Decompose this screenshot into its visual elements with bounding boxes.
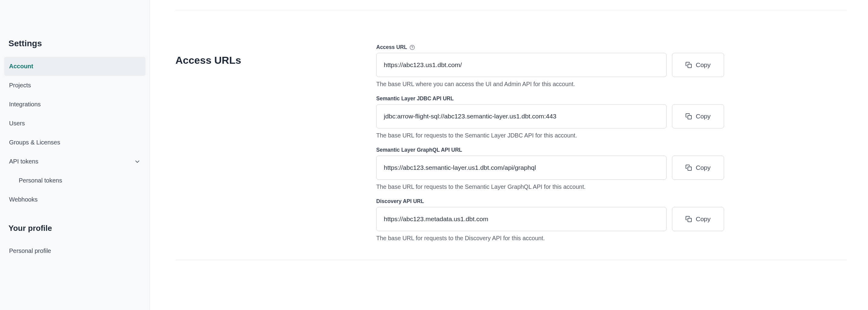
sidebar-item-integrations[interactable]: Integrations	[4, 95, 146, 114]
sidebar-item-label: Users	[9, 120, 25, 127]
copy-jdbc-url-button[interactable]: Copy	[672, 104, 724, 129]
copy-discovery-url-button[interactable]: Copy	[672, 207, 724, 231]
sidebar-item-account[interactable]: Account	[4, 57, 146, 76]
sidebar-item-label: Projects	[9, 82, 31, 89]
svg-rect-4	[688, 167, 692, 170]
sidebar-item-label: Personal profile	[9, 247, 51, 254]
copy-icon	[685, 113, 692, 119]
sidebar-heading-settings: Settings	[4, 5, 146, 57]
main-content: Access URLs Access URL Copy	[150, 0, 868, 310]
sidebar-item-label: Account	[9, 63, 33, 70]
section-title-column: Access URLs	[176, 44, 376, 242]
field-label: Discovery API URL	[376, 198, 424, 205]
copy-button-label: Copy	[695, 61, 710, 69]
copy-button-label: Copy	[695, 164, 710, 171]
help-circle-icon[interactable]	[409, 45, 415, 50]
field-row: Copy	[376, 104, 727, 129]
field-row: Copy	[376, 53, 727, 77]
field-help: The base URL where you can access the UI…	[376, 81, 727, 88]
sidebar-item-label: Integrations	[9, 101, 41, 108]
access-urls-fields: Access URL Copy The base URL where you c…	[376, 44, 727, 242]
copy-button-label: Copy	[695, 113, 710, 120]
field-discovery-url: Discovery API URL Copy The base URL for …	[376, 198, 727, 242]
svg-rect-5	[688, 218, 692, 222]
field-label-row: Semantic Layer JDBC API URL	[376, 96, 727, 102]
svg-rect-3	[688, 115, 692, 119]
field-label-row: Access URL	[376, 44, 727, 50]
copy-button-label: Copy	[695, 215, 710, 223]
field-label-row: Discovery API URL	[376, 198, 727, 205]
sidebar-item-personal-profile[interactable]: Personal profile	[4, 241, 146, 261]
sidebar-item-webhooks[interactable]: Webhooks	[4, 190, 146, 209]
sidebar-item-projects[interactable]: Projects	[4, 76, 146, 95]
sidebar-subitem-personal-tokens[interactable]: Personal tokens	[4, 171, 146, 190]
field-access-url: Access URL Copy The base URL where you c…	[376, 44, 727, 88]
discovery-url-input[interactable]	[376, 207, 666, 231]
copy-access-url-button[interactable]: Copy	[672, 53, 724, 77]
field-label-row: Semantic Layer GraphQL API URL	[376, 147, 727, 153]
access-urls-section: Access URLs Access URL Copy	[176, 10, 847, 260]
svg-rect-2	[688, 64, 692, 68]
field-label: Semantic Layer GraphQL API URL	[376, 147, 462, 153]
sidebar-item-label: Personal tokens	[19, 177, 62, 184]
field-row: Copy	[376, 156, 727, 180]
section-title: Access URLs	[176, 55, 376, 66]
copy-icon	[685, 164, 692, 171]
sidebar-item-label: API tokens	[9, 158, 38, 165]
sidebar-heading-profile: Your profile	[4, 209, 146, 241]
sidebar-item-label: Groups & Licenses	[9, 139, 60, 146]
copy-icon	[685, 216, 692, 222]
field-help: The base URL for requests to the Semanti…	[376, 132, 727, 139]
settings-sidebar: Settings Account Projects Integrations U…	[0, 0, 150, 310]
chevron-down-icon	[134, 158, 141, 165]
access-url-input[interactable]	[376, 53, 666, 77]
sidebar-item-groups-licenses[interactable]: Groups & Licenses	[4, 133, 146, 152]
graphql-url-input[interactable]	[376, 156, 666, 180]
field-row: Copy	[376, 207, 727, 231]
app-layout: Settings Account Projects Integrations U…	[0, 0, 868, 310]
sidebar-item-api-tokens[interactable]: API tokens	[4, 152, 146, 171]
jdbc-url-input[interactable]	[376, 104, 666, 129]
field-label: Access URL	[376, 44, 407, 50]
field-label: Semantic Layer JDBC API URL	[376, 96, 454, 102]
sidebar-item-users[interactable]: Users	[4, 114, 146, 133]
sidebar-item-label: Webhooks	[9, 196, 37, 203]
copy-icon	[685, 62, 692, 68]
field-help: The base URL for requests to the Discove…	[376, 235, 727, 242]
field-graphql-url: Semantic Layer GraphQL API URL Copy The …	[376, 147, 727, 191]
field-jdbc-url: Semantic Layer JDBC API URL Copy The bas…	[376, 96, 727, 139]
field-help: The base URL for requests to the Semanti…	[376, 183, 727, 191]
copy-graphql-url-button[interactable]: Copy	[672, 156, 724, 180]
